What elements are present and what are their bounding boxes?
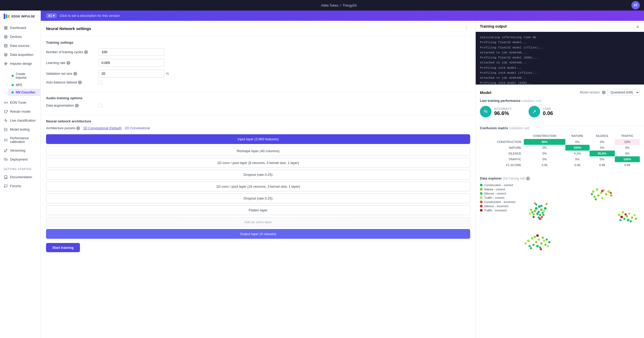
nn-classifier-label: NN Classifier [16,91,36,94]
git-branch-icon [4,148,8,153]
presets-help-icon[interactable]: ? [76,126,80,130]
mfe-dot [12,84,14,86]
sidebar-item-deployment[interactable]: Deployment [0,155,40,164]
training-cycles-input[interactable] [99,48,164,56]
layer-output[interactable]: Output layer (4 classes) [46,229,470,239]
svg-point-53 [533,216,535,218]
sidebar-item-live-classification[interactable]: Live classification [0,116,40,125]
sidebar-item-nn-classifier[interactable]: NN Classifier [8,89,40,96]
svg-point-51 [539,217,541,220]
conf-cell: 0% [590,156,615,162]
create-impulse-dot [12,75,14,77]
version-badge[interactable]: #1 ▾ [46,13,57,18]
svg-point-32 [538,205,541,208]
svg-point-31 [535,207,537,210]
layer-conv2[interactable]: 1D conv / pool layer (16 neurons, 3 kern… [46,182,470,191]
preset-1d-conv[interactable]: 1D Convolutional (Default) [83,126,122,130]
validation-set-input[interactable] [99,70,164,77]
svg-point-96 [530,247,532,249]
legend-label: Nature - correct [484,188,505,191]
svg-point-67 [610,192,612,194]
accuracy-icon: % [480,106,491,117]
auto-balance-checkbox[interactable] [99,81,102,84]
layer-conv1[interactable]: 1D conv / pool layer (8 neurons, 3 kerne… [46,158,470,168]
sidebar-item-data-sources[interactable]: Data sources [0,41,40,50]
conf-header-nature: NATURE [565,133,590,139]
conf-cell: 0.96 [565,162,590,168]
data-sources-label: Data sources [10,44,29,48]
validation-set-help-icon[interactable]: ? [73,72,77,76]
training-cycles-help-icon[interactable]: ? [84,50,88,54]
sidebar-item-eon-tuner[interactable]: EON Tuner [0,98,40,107]
layer-add[interactable]: Add an extra layer [46,217,470,227]
version-description[interactable]: Click to set a description for this vers… [59,14,120,18]
zap-icon [4,62,8,66]
loss-icon: ↗ [529,106,540,117]
data-explorer-help-icon[interactable]: ? [526,177,530,180]
legend-dot [480,205,483,207]
svg-point-92 [546,238,548,241]
learning-rate-input[interactable] [99,59,164,67]
layer-input[interactable]: Input layer (3,960 features) [46,134,470,144]
svg-point-79 [620,216,623,218]
svg-point-42 [530,209,532,211]
svg-point-28 [6,149,7,150]
svg-rect-1 [6,27,7,28]
data-augmentation-help-icon[interactable]: ? [75,104,79,107]
layer-reshape[interactable]: Reshape layer (40 columns) [46,146,470,156]
conf-cell: 90% [524,139,565,145]
loss-metric: ↗ LOSS 0.06 [529,106,553,117]
model-version-help-icon[interactable]: ? [602,91,606,94]
legend-item: Nature - correct [480,188,515,191]
sidebar-item-dashboard[interactable]: Dashboard [0,23,40,32]
sidebar-item-devices[interactable]: Devices [0,32,40,41]
topbar-project-info: Attila Tokes / Thingy53 [321,3,357,7]
sidebar-item-model-testing[interactable]: Model testing [0,125,40,134]
svg-point-45 [540,205,542,207]
validation-set-label: Validation set size ? [46,72,99,76]
auto-balance-help-icon[interactable]: ? [78,81,82,84]
conf-header-construction: CONSTRUCTION [524,133,565,139]
conf-cell: 0.96 [615,162,640,168]
svg-point-80 [625,213,627,215]
layer-dropout2[interactable]: Dropout (rate 0.25) [46,193,470,203]
conf-row-label: SILENCE [480,151,524,156]
sidebar-item-create-impulse[interactable]: Create impulse [8,70,40,81]
layer-flatten[interactable]: Flatten layer [46,205,470,215]
legend-item: Silence - incorrect [480,205,515,208]
svg-point-97 [547,245,549,247]
sidebar-item-retrain[interactable]: Retrain model [0,107,40,116]
sidebar-secondary-nav: EON Tuner Retrain model Live classificat… [0,97,40,165]
sidebar-item-versioning[interactable]: Versioning [0,146,40,155]
svg-point-94 [542,237,544,239]
conf-cell: 10% [615,139,640,145]
sidebar-item-data-acquisition[interactable]: Data acquisition [0,50,40,59]
model-version-select[interactable]: Quantized (int8) Float32 [607,89,640,96]
data-augmentation-checkbox[interactable] [99,104,102,107]
svg-point-89 [543,240,545,242]
layer-dropout1[interactable]: Dropout (rate 0.25) [46,170,470,180]
panel-header: Neural Network settings ⋮ [41,21,475,36]
sidebar-item-performance-calibration[interactable]: Performance calibration [0,134,40,146]
sidebar-item-forums[interactable]: Forums [0,182,40,191]
sidebar-item-documentation[interactable]: Documentation [0,173,40,182]
learning-rate-help-icon[interactable]: ? [67,61,70,65]
forums-label: Forums [10,184,21,188]
start-training-button[interactable]: Start training [46,243,80,252]
training-output-collapse-button[interactable]: ▲ [636,24,640,29]
svg-point-62 [601,197,603,199]
svg-point-55 [596,188,599,191]
user-avatar[interactable]: AT [631,1,640,9]
conf-row-label: TRAFFIC [480,156,524,162]
accuracy-label: ACCURACY [494,107,512,110]
sidebar-item-impulse-design[interactable]: Impulse design [0,59,40,68]
sidebar-item-mfe[interactable]: MFE [8,81,40,89]
conf-cell: 0% [590,139,615,145]
preset-2d-conv[interactable]: 2D Convolutional [125,126,150,130]
svg-point-34 [540,208,543,211]
refresh-icon [4,110,8,114]
sidebar-getting-started-nav: Documentation Forums [0,172,40,192]
sidebar: EDGE IMPULSE Dashboard Devices Data sour… [0,11,41,338]
conf-cell: 0% [565,139,590,145]
panel-menu-button[interactable]: ⋮ [462,25,470,32]
